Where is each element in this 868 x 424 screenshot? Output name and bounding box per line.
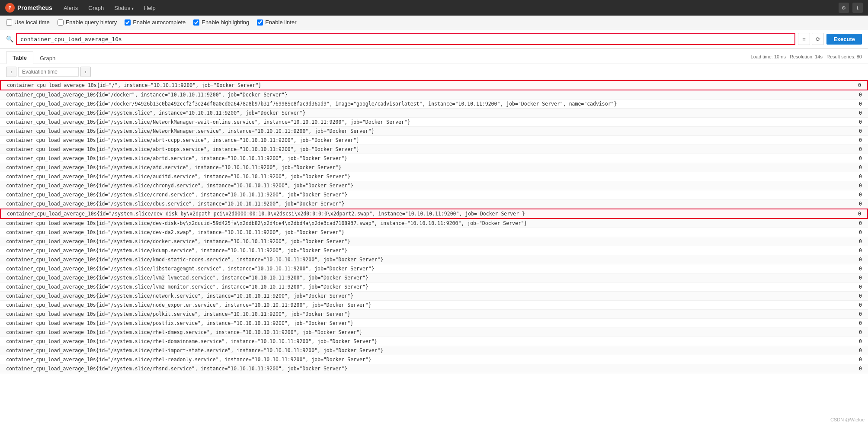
enable-query-history-option[interactable]: Enable query history — [58, 19, 117, 26]
metric-label: container_cpu_load_average_10s{id="/syst… — [6, 293, 849, 299]
enable-highlighting-checkbox[interactable] — [193, 19, 199, 26]
metric-label: container_cpu_load_average_10s{id="/syst… — [6, 110, 849, 116]
table-row: container_cpu_load_average_10s{id="/syst… — [0, 346, 868, 355]
enable-autocomplete-option[interactable]: Enable autocomplete — [125, 19, 186, 26]
metric-label: container_cpu_load_average_10s{id="/syst… — [6, 266, 849, 272]
use-local-time-checkbox[interactable] — [6, 19, 12, 26]
metric-value: 0 — [849, 329, 862, 335]
metric-value: 0 — [849, 275, 862, 281]
refresh-icon[interactable]: ⟳ — [812, 33, 824, 45]
settings-icon[interactable]: ⚙ — [839, 3, 849, 13]
load-time: Load time: 10ms — [751, 54, 786, 59]
metric-value: 0 — [849, 302, 862, 308]
metric-value: 0 — [848, 211, 861, 217]
table-row: container_cpu_load_average_10s{id="/syst… — [0, 301, 868, 310]
app-title: Prometheus — [17, 4, 52, 11]
query-bar: 🔍 ≡ ⟳ Execute — [0, 29, 868, 49]
table-row: container_cpu_load_average_10s{id="/dock… — [0, 100, 868, 109]
enable-query-history-checkbox[interactable] — [58, 19, 64, 26]
metric-label: container_cpu_load_average_10s{id="/syst… — [6, 275, 849, 281]
metric-value: 0 — [849, 128, 862, 134]
table-row: container_cpu_load_average_10s{id="/syst… — [0, 190, 868, 199]
metric-value: 0 — [849, 92, 862, 98]
metric-label: container_cpu_load_average_10s{id="/syst… — [6, 229, 849, 235]
resolution: Resolution: 14s — [790, 54, 823, 59]
enable-query-history-label: Enable query history — [66, 19, 117, 26]
info-icon[interactable]: ℹ — [852, 3, 863, 13]
metric-label: container_cpu_load_average_10s{id="/syst… — [6, 329, 849, 335]
enable-highlighting-option[interactable]: Enable highlighting — [193, 19, 249, 26]
table-row: container_cpu_load_average_10s{id="/syst… — [0, 246, 868, 255]
table-row: container_cpu_load_average_10s{id="/syst… — [0, 154, 868, 163]
metric-label: container_cpu_load_average_10s{id="/syst… — [6, 183, 849, 189]
metric-label: container_cpu_load_average_10s{id="/syst… — [6, 146, 849, 152]
metric-value: 0 — [849, 347, 862, 353]
metric-value: 0 — [849, 173, 862, 180]
next-time-button[interactable]: › — [80, 67, 91, 77]
table-row: container_cpu_load_average_10s{id="/dock… — [0, 90, 868, 100]
table-row: container_cpu_load_average_10s{id="/syst… — [0, 273, 868, 283]
metric-label: container_cpu_load_average_10s{id="/syst… — [6, 128, 849, 134]
nav-alerts[interactable]: Alerts — [59, 1, 82, 15]
metric-label: container_cpu_load_average_10s{id="/syst… — [6, 220, 849, 226]
table-row: container_cpu_load_average_10s{id="/syst… — [0, 264, 868, 273]
query-input[interactable] — [16, 33, 795, 45]
history-icon[interactable]: ≡ — [798, 33, 810, 45]
metric-value: 0 — [849, 155, 862, 161]
options-bar: Use local time Enable query history Enab… — [0, 16, 868, 29]
query-actions: ≡ ⟳ — [798, 33, 824, 45]
metric-value: 0 — [849, 320, 862, 326]
table-row: container_cpu_load_average_10s{id="/syst… — [0, 136, 868, 145]
table-row: container_cpu_load_average_10s{id="/syst… — [0, 172, 868, 181]
table-row: container_cpu_load_average_10s{id="/syst… — [0, 355, 868, 364]
table-row: container_cpu_load_average_10s{id="/syst… — [0, 181, 868, 190]
search-icon: 🔍 — [6, 35, 13, 42]
metric-value: 0 — [849, 146, 862, 152]
table-row: container_cpu_load_average_10s{id="/syst… — [0, 209, 868, 219]
enable-linter-label: Enable linter — [265, 19, 296, 26]
table-row: container_cpu_load_average_10s{id="/", i… — [0, 80, 868, 90]
metric-value: 0 — [849, 311, 862, 317]
logo: P Prometheus — [5, 3, 52, 13]
table-row: container_cpu_load_average_10s{id="/syst… — [0, 364, 868, 373]
results-container[interactable]: container_cpu_load_average_10s{id="/", i… — [0, 80, 868, 420]
metric-label: container_cpu_load_average_10s{id="/", i… — [7, 82, 848, 88]
watermark: CSDN @Wielue — [830, 417, 865, 420]
execute-button[interactable]: Execute — [826, 34, 862, 45]
results-list: container_cpu_load_average_10s{id="/", i… — [0, 80, 868, 373]
table-row: container_cpu_load_average_10s{id="/syst… — [0, 255, 868, 264]
nav-graph[interactable]: Graph — [84, 1, 108, 15]
metric-value: 0 — [849, 137, 862, 143]
use-local-time-option[interactable]: Use local time — [6, 19, 50, 26]
metric-label: container_cpu_load_average_10s{id="/syst… — [6, 164, 849, 170]
use-local-time-label: Use local time — [14, 19, 50, 26]
metric-value: 0 — [849, 192, 862, 198]
nav-status[interactable]: Status — [110, 1, 138, 15]
metric-label: container_cpu_load_average_10s{id="/syst… — [6, 347, 849, 353]
metric-label: container_cpu_load_average_10s{id="/syst… — [6, 201, 849, 207]
metric-label: container_cpu_load_average_10s{id="/dock… — [6, 101, 849, 107]
metric-value: 0 — [849, 266, 862, 272]
metric-label: container_cpu_load_average_10s{id="/syst… — [6, 302, 849, 308]
enable-autocomplete-checkbox[interactable] — [125, 19, 131, 26]
nav-links: Alerts Graph Status Help — [59, 1, 160, 15]
metric-value: 0 — [849, 247, 862, 254]
metric-value: 0 — [848, 82, 861, 88]
enable-autocomplete-label: Enable autocomplete — [133, 19, 186, 26]
metric-value: 0 — [849, 183, 862, 189]
tab-graph[interactable]: Graph — [33, 52, 62, 64]
metric-value: 0 — [849, 338, 862, 344]
enable-linter-checkbox[interactable] — [257, 19, 263, 26]
metric-value: 0 — [849, 220, 862, 226]
table-row: container_cpu_load_average_10s{id="/syst… — [0, 199, 868, 209]
metric-label: container_cpu_load_average_10s{id="/syst… — [6, 119, 849, 125]
metric-value: 0 — [849, 119, 862, 125]
tab-table[interactable]: Table — [6, 51, 33, 64]
prev-time-button[interactable]: ‹ — [6, 67, 16, 77]
metric-value: 0 — [849, 238, 862, 244]
nav-help[interactable]: Help — [140, 1, 160, 15]
table-row: container_cpu_load_average_10s{id="/syst… — [0, 118, 868, 127]
evaluation-time-input[interactable] — [18, 67, 79, 77]
enable-linter-option[interactable]: Enable linter — [257, 19, 296, 26]
metric-value: 0 — [849, 229, 862, 235]
